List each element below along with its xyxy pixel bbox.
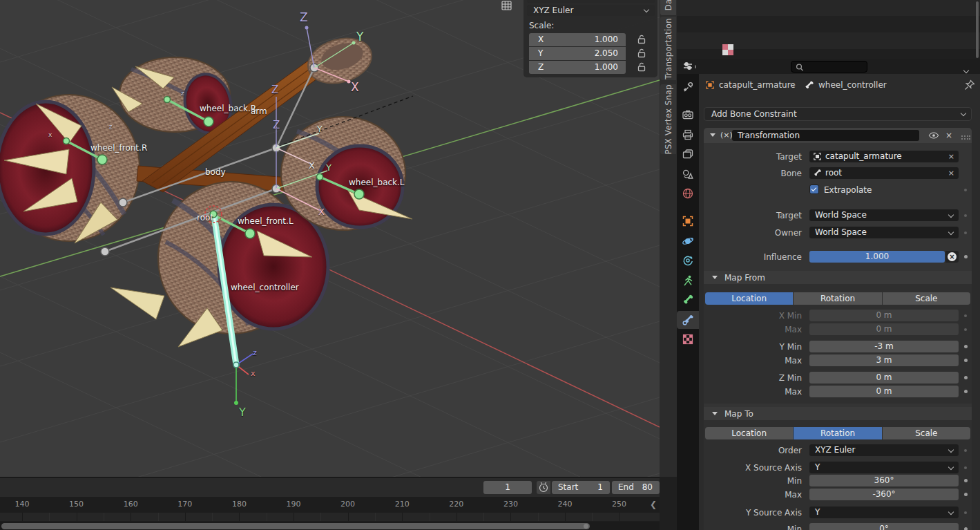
pin-icon[interactable] [964,79,975,91]
map-from-value-field[interactable]: 0 m [809,323,959,335]
constraint-panel-header[interactable]: (×) Transformation × [704,128,972,143]
properties-tab-object[interactable] [677,212,699,230]
timeline-ruler[interactable]: 140150160170180190200210220230240250 [0,497,660,513]
bone-field[interactable]: root × [809,167,959,179]
animate-dot[interactable] [964,449,967,452]
x-min-field[interactable]: 360° [809,475,959,486]
tick-line-minor [592,513,593,521]
y-source-axis-dropdown[interactable]: Y [809,507,959,518]
frame-end-field[interactable]: End 80 [612,481,660,494]
unlock-icon[interactable] [637,48,646,59]
map-from-value-field[interactable]: 3 m [809,354,959,366]
properties-tab-texture[interactable] [677,330,699,348]
clear-icon[interactable]: × [948,167,954,179]
map-from-header[interactable]: Map From [704,271,972,284]
map-from-tab-location[interactable]: Location [705,292,793,305]
collapse-arrow-icon[interactable]: ❮ [650,500,657,509]
properties-tab-bone-constraint[interactable] [677,311,699,329]
scale-y-field[interactable]: Y2.050 [529,47,626,60]
timeline-scroll-track[interactable] [0,522,660,530]
extrapolate-checkbox[interactable] [809,184,819,194]
properties-tab-render[interactable] [677,106,699,124]
properties-tab-physics[interactable] [677,232,699,250]
axis-letter-Y: Y [239,406,246,419]
map-from-value-field[interactable]: -3 m [809,341,959,352]
unlock-icon[interactable] [637,34,646,45]
animate-dot[interactable] [964,255,968,258]
properties-tab-armature-data[interactable] [677,272,699,290]
breadcrumb-bone[interactable]: wheel_controller [818,80,887,90]
animate-dot[interactable] [964,479,968,482]
target-space-dropdown[interactable]: World Space [809,209,959,221]
animate-dot[interactable] [964,231,967,234]
clear-icon[interactable]: × [948,151,954,162]
order-dropdown[interactable]: XYZ Euler [809,444,959,456]
target-object-field[interactable]: catapult_armature × [809,151,959,162]
influence-slider[interactable]: 1.000 [809,251,945,263]
map-to-tab-location[interactable]: Location [705,427,793,439]
owner-space-dropdown[interactable]: World Space [809,227,959,238]
outliner-scrollbar[interactable] [976,1,979,58]
map-from-tab-scale[interactable]: Scale [883,292,970,305]
frame-start-field[interactable]: Start 1 [552,481,610,494]
add-bone-constraint-dropdown[interactable]: Add Bone Constraint [704,107,972,121]
current-frame-field[interactable]: 1 [483,481,532,494]
scale-x-field[interactable]: X1.000 [529,33,626,46]
properties-tab-world[interactable] [677,184,699,202]
object-icon[interactable] [705,80,715,90]
animate-dot[interactable] [964,314,967,317]
map-from-value-field[interactable]: 0 m [809,372,959,384]
animate-dot[interactable] [964,359,968,362]
properties-tab-view-layer[interactable] [677,145,699,163]
map-to-header[interactable]: Map To [704,407,972,420]
properties-tab-output[interactable] [677,126,699,144]
axis-letter-Y: Y [326,162,332,173]
animate-dot[interactable] [964,214,967,217]
expand-triangle-icon[interactable] [710,133,715,137]
sidebar-tab-transportation[interactable]: Transportation [660,17,676,80]
axis-value: 2.050 [595,47,618,60]
eye-icon[interactable] [928,131,939,140]
grid-icon[interactable] [501,1,514,12]
sidebar-tab-psx-vertex-snap[interactable]: PSX Vertex Snap [660,84,676,154]
search-input[interactable] [791,61,867,73]
clear-keyframe-button[interactable]: × [945,251,959,263]
bone-icon[interactable] [804,80,814,91]
properties-tab-scene[interactable] [677,165,699,183]
animate-dot[interactable] [964,511,967,514]
animate-dot[interactable] [964,493,968,496]
animate-dot[interactable] [964,466,967,469]
properties-tab-tool[interactable] [677,78,699,96]
animate-dot[interactable] [964,376,968,379]
animate-dot[interactable] [964,527,968,530]
animate-dot[interactable] [964,345,968,348]
timeline-editor[interactable]: 1 Start 1 End 80 14015016017018019020021… [0,477,660,530]
x-max-field[interactable]: -360° [809,489,959,500]
editor-type-button[interactable] [682,60,700,73]
close-icon[interactable]: × [945,131,952,140]
scrollbar-handle-dot[interactable] [584,524,588,529]
map-from-tab-rotation[interactable]: Rotation [794,292,881,305]
animate-dot[interactable] [964,189,967,191]
constraint-name-field[interactable]: Transformation [732,130,919,141]
scale-z-field[interactable]: Z1.000 [529,61,626,74]
map-from-value-field[interactable]: 0 m [809,310,959,321]
3d-viewport[interactable]: wheel_back.Rarmwheel_front.Rbodywheel_ba… [0,0,660,477]
properties-tab-bone[interactable] [677,291,699,309]
map-to-tab-rotation[interactable]: Rotation [794,427,881,439]
sidebar-tab-daz[interactable]: Daz [660,0,676,15]
breadcrumb-object[interactable]: catapult_armature [719,80,796,90]
rotation-mode-dropdown[interactable]: XYZ Euler [527,5,655,16]
drag-handle-icon[interactable] [961,133,970,142]
map-to-tab-scale[interactable]: Scale [883,427,970,439]
x-source-axis-dropdown[interactable]: Y [809,462,959,473]
properties-tab-constraints[interactable] [677,252,699,269]
animate-dot[interactable] [964,390,968,393]
animate-dot[interactable] [964,328,967,331]
unlock-icon[interactable] [637,61,646,73]
y-min-field[interactable]: 0° [809,523,959,530]
outliner-area[interactable] [677,0,980,59]
map-from-value-field[interactable]: 0 m [809,386,959,397]
clock-icon[interactable] [537,481,550,494]
timeline-scrollbar[interactable] [1,523,590,529]
